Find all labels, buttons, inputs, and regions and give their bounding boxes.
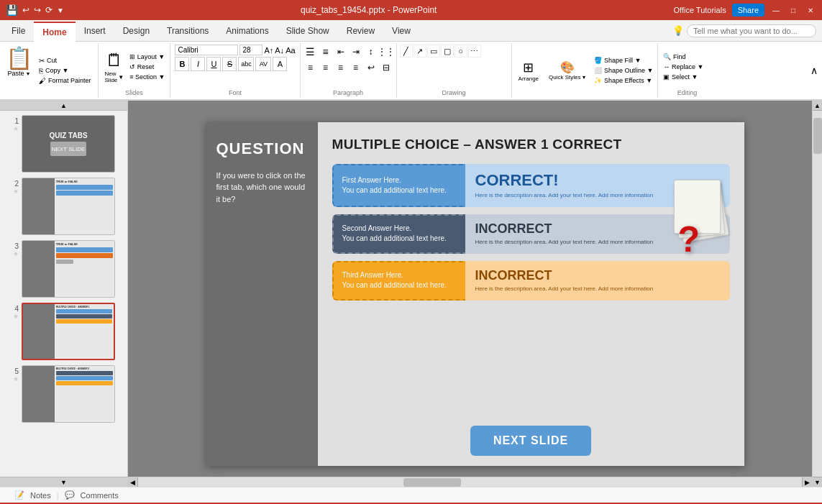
slide-thumb-2[interactable]: 2 ★ TRUE or FALSE: [4, 176, 124, 237]
slides-scroll-up[interactable]: ▲: [0, 101, 127, 111]
font-name-input[interactable]: [175, 45, 238, 55]
tab-insert[interactable]: Insert: [76, 22, 114, 40]
slide-thumb-1[interactable]: 1 ★ QUIZ TABS NEXT SLIDE: [4, 114, 124, 174]
canvas-scroll-track: [813, 111, 822, 477]
section-button[interactable]: ≡ Section ▼: [127, 73, 167, 81]
canvas-scroll-down[interactable]: ▼: [813, 477, 822, 487]
tab-view[interactable]: View: [383, 22, 419, 40]
paste-button[interactable]: 📋 Paste ▼: [3, 45, 35, 96]
office-tutorials-label[interactable]: Office Tutorials: [673, 6, 726, 14]
slide-right-panel: MULTIPLE CHOICE – ANSWER 1 CORRECT First…: [318, 122, 744, 466]
slide-thumb-5[interactable]: 5 ★ MULTIPLE CHOICE – ANSWER 2: [4, 364, 124, 424]
slides-scroll-down[interactable]: ▼: [0, 477, 127, 487]
replay-icon[interactable]: ⟳: [45, 5, 52, 15]
clear-format-icon[interactable]: Aa: [286, 46, 295, 55]
select-button[interactable]: ▣ Select ▼: [661, 73, 713, 81]
tell-me-input[interactable]: [687, 24, 816, 37]
slide-thumb-3[interactable]: 3 ★ TRUE or FALSE: [4, 239, 124, 299]
columns-icon[interactable]: ⋮⋮: [379, 45, 393, 59]
increase-indent-icon[interactable]: ⇥: [349, 45, 363, 59]
slide-thumb-4[interactable]: 4 ★ MULTIPLE CHOICE – ANSWER 1: [4, 301, 124, 362]
save-icon[interactable]: 💾: [6, 4, 18, 16]
underline-button[interactable]: U: [206, 57, 221, 71]
answer-row-3[interactable]: Third Answer Here.You can add additional…: [332, 261, 730, 301]
tab-design[interactable]: Design: [114, 22, 158, 40]
bold-button[interactable]: B: [175, 57, 189, 71]
bullets-icon[interactable]: ☰: [303, 45, 318, 59]
minimize-button[interactable]: —: [770, 4, 782, 16]
ribbon-collapse[interactable]: ∧: [810, 43, 822, 98]
align-right-icon[interactable]: ≡: [334, 60, 348, 75]
justify-icon[interactable]: ≡: [349, 60, 363, 75]
text-direction-icon[interactable]: ↩: [364, 60, 378, 75]
tab-review[interactable]: Review: [338, 22, 383, 40]
comments-label[interactable]: Comments: [81, 491, 119, 500]
copy-button[interactable]: ⎘ Copy ▼: [37, 66, 93, 75]
notes-icon: 📝: [14, 490, 24, 500]
shape-outline-button[interactable]: ⬜ Shape Outline ▼: [593, 66, 654, 75]
format-painter-button[interactable]: 🖌 Format Painter: [37, 76, 93, 86]
question-mark-symbol: ?: [678, 221, 700, 257]
shape-more-icon[interactable]: ⋯: [468, 45, 481, 58]
font-size-input[interactable]: [239, 45, 262, 55]
shape-arrow-icon[interactable]: ↗: [414, 45, 426, 58]
line-spacing-icon[interactable]: ↕: [364, 45, 378, 59]
align-left-icon[interactable]: ≡: [303, 60, 318, 75]
close-button[interactable]: ✕: [805, 4, 816, 16]
maximize-button[interactable]: □: [787, 4, 799, 16]
slide-star-2: ★: [13, 188, 19, 195]
shadow-button[interactable]: abc: [238, 57, 254, 71]
shape-effects-button[interactable]: ✨ Shape Effects ▼: [593, 76, 654, 85]
canvas-scroll-up[interactable]: ▲: [813, 101, 822, 111]
smartart-icon[interactable]: ⊟: [379, 60, 393, 75]
share-button[interactable]: Share: [732, 4, 764, 17]
align-center-icon[interactable]: ≡: [319, 60, 333, 75]
reset-button[interactable]: ↺ Reset: [127, 63, 167, 71]
dropdown-icon[interactable]: ▼: [57, 6, 64, 14]
editing-content: 🔍 Find ↔ Replace ▼ ▣ Select ▼: [661, 45, 713, 89]
numbering-icon[interactable]: ≡: [319, 45, 333, 59]
font-increase-icon[interactable]: A↑: [264, 46, 273, 55]
canvas-scroll-thumb: [813, 118, 822, 154]
para-row2: ≡ ≡ ≡ ≡ ↩ ⊟: [303, 60, 393, 75]
shape-fill-button[interactable]: 🪣 Shape Fill ▼: [593, 56, 654, 65]
replace-button[interactable]: ↔ Replace ▼: [661, 63, 713, 71]
canvas-hscroll-right[interactable]: ▶: [802, 477, 812, 487]
shape-rect-icon[interactable]: ▭: [427, 45, 440, 58]
shape-oval-icon[interactable]: ○: [455, 45, 467, 58]
question-text: If you were to click on the first tab, w…: [216, 170, 308, 206]
tell-me-area[interactable]: 💡: [672, 24, 816, 37]
arrange-button[interactable]: ⊞ Arrange: [515, 45, 542, 96]
find-button[interactable]: 🔍 Find: [661, 52, 713, 61]
tab-transitions[interactable]: Transitions: [158, 22, 217, 40]
canvas-hscroll-track: [138, 477, 802, 487]
slide-img-2: TRUE or FALSE: [22, 178, 115, 235]
italic-button[interactable]: I: [191, 57, 205, 71]
tab-animations[interactable]: Animations: [217, 22, 277, 40]
app-title: quiz_tabs_19454.pptx - PowerPoint: [64, 5, 674, 15]
shape-line-icon[interactable]: ╱: [400, 45, 413, 58]
title-bar-right: Office Tutorials Share — □ ✕: [673, 4, 816, 17]
tab-home[interactable]: Home: [34, 22, 75, 42]
font-decrease-icon[interactable]: A↓: [275, 46, 284, 55]
layout-button[interactable]: ⊞ Layout ▼: [127, 52, 167, 61]
quick-styles-button[interactable]: 🎨 Quick Styles ▼: [545, 45, 590, 96]
next-slide-button[interactable]: NEXT SLIDE: [470, 426, 591, 456]
slide-num-1: 1: [14, 117, 19, 125]
editing-group: 🔍 Find ↔ Replace ▼ ▣ Select ▼ Editing: [658, 43, 716, 98]
font-color-button[interactable]: A: [273, 57, 287, 71]
cut-button[interactable]: ✂ Cut: [37, 56, 93, 65]
redo-icon[interactable]: ↪: [34, 5, 41, 15]
shape-rrect-icon[interactable]: ▢: [441, 45, 454, 58]
slide-num-5: 5: [14, 367, 19, 375]
comments-icon: 💬: [65, 490, 75, 500]
undo-icon[interactable]: ↩: [22, 5, 29, 15]
strikethrough-button[interactable]: S: [222, 57, 237, 71]
canvas-hscroll-left[interactable]: ◀: [128, 477, 138, 487]
tab-file[interactable]: File: [3, 22, 34, 40]
smallcaps-button[interactable]: AV: [255, 57, 271, 71]
notes-label[interactable]: Notes: [30, 491, 51, 500]
tab-slideshow[interactable]: Slide Show: [278, 22, 338, 40]
new-slide-button[interactable]: 🗒 NewSlide ▼: [101, 48, 128, 86]
decrease-indent-icon[interactable]: ⇤: [334, 45, 348, 59]
